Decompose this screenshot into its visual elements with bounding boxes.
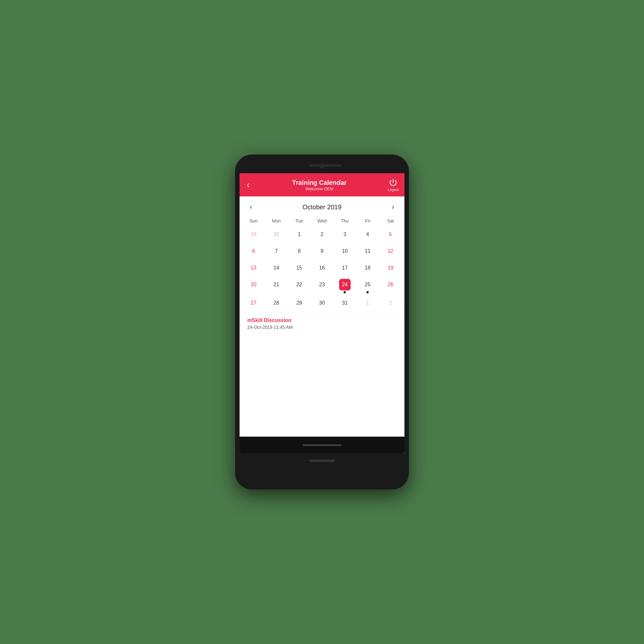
calendar-date: 30 <box>270 229 282 240</box>
phone-home-button[interactable] <box>309 459 335 462</box>
calendar-cell[interactable]: 30 <box>265 227 288 243</box>
calendar-cell[interactable]: 21 <box>265 277 288 295</box>
calendar-cell[interactable]: 4 <box>356 227 379 243</box>
day-header-tue: Tue <box>288 216 311 225</box>
phone-top-bar <box>240 160 404 172</box>
calendar-date: 17 <box>339 262 351 274</box>
calendar-cell[interactable]: 1 <box>356 295 379 312</box>
phone-screen: ‹ Training Calendar Welcome OEM Logout ‹… <box>240 173 404 453</box>
header-title-group: Training Calendar Welcome OEM <box>251 179 388 191</box>
calendar-date: 22 <box>293 279 305 290</box>
calendar-date: 5 <box>385 229 396 240</box>
calendar-date: 18 <box>362 262 374 274</box>
calendar-cell[interactable]: 24 <box>333 277 356 295</box>
calendar-cell[interactable]: 27 <box>242 295 265 312</box>
calendar-date: 12 <box>385 245 396 257</box>
month-navigation: ‹ October 2019 › <box>240 196 404 216</box>
calendar-date: 8 <box>293 245 305 257</box>
calendar-cell[interactable]: 15 <box>288 260 311 277</box>
calendar-cell[interactable]: 30 <box>311 295 334 312</box>
calendar-cell[interactable]: 17 <box>333 260 356 277</box>
calendar-date: 1 <box>362 297 374 309</box>
day-header-thu: Thu <box>333 216 356 225</box>
calendar-cell[interactable]: 25 <box>356 277 379 295</box>
day-header-fri: Fri <box>356 216 379 225</box>
calendar-cell[interactable]: 2 <box>311 227 334 243</box>
prev-month-button[interactable]: ‹ <box>247 202 255 213</box>
day-headers: Sun Mon Tue Wed Thu Fri Sat <box>240 216 404 225</box>
calendar-date: 28 <box>270 297 282 309</box>
calendar-date: 6 <box>248 245 259 257</box>
calendar-date: 23 <box>316 279 328 290</box>
calendar-cell[interactable]: 10 <box>333 243 356 260</box>
day-header-sun: Sun <box>242 216 265 225</box>
calendar-cell[interactable]: 29 <box>242 227 265 243</box>
calendar-date: 29 <box>293 297 305 309</box>
calendar-date: 20 <box>248 279 259 290</box>
event-dot <box>344 291 346 293</box>
phone-speaker <box>309 164 341 167</box>
phone-bottom-bar <box>240 437 404 453</box>
calendar-grid: 2930123456789101112131415161718192021222… <box>240 227 404 312</box>
calendar-date: 14 <box>270 262 282 274</box>
app-subtitle: Welcome OEM <box>251 186 388 191</box>
calendar-date: 4 <box>362 229 374 240</box>
calendar-cell[interactable]: 20 <box>242 277 265 295</box>
calendar-date: 31 <box>339 297 351 309</box>
calendar-cell[interactable]: 13 <box>242 260 265 277</box>
calendar-cell[interactable]: 1 <box>288 227 311 243</box>
calendar-cell[interactable]: 2 <box>379 295 402 312</box>
event-datetime: 24-Oct-2019 11:45 AM <box>247 325 397 330</box>
calendar-cell[interactable]: 22 <box>288 277 311 295</box>
phone-footer <box>240 455 404 467</box>
calendar-date: 15 <box>293 262 305 274</box>
calendar-date: 7 <box>270 245 282 257</box>
calendar-date: 10 <box>339 245 351 257</box>
calendar-date: 2 <box>385 297 396 309</box>
calendar-cell[interactable]: 7 <box>265 243 288 260</box>
event-dot <box>366 291 369 293</box>
calendar-cell[interactable]: 31 <box>333 295 356 312</box>
calendar-cell[interactable]: 8 <box>288 243 311 260</box>
calendar-cell[interactable]: 19 <box>379 260 402 277</box>
calendar-cell[interactable]: 12 <box>379 243 402 260</box>
day-header-wed: Wed <box>311 216 334 225</box>
event-section: mSkill Discussion 24-Oct-2019 11:45 AM <box>240 312 404 335</box>
next-month-button[interactable]: › <box>389 202 397 213</box>
calendar-cell[interactable]: 6 <box>242 243 265 260</box>
calendar-date: 11 <box>362 245 374 257</box>
phone-device: ‹ Training Calendar Welcome OEM Logout ‹… <box>235 155 409 489</box>
calendar-date: 30 <box>316 297 328 309</box>
month-title: October 2019 <box>302 204 341 211</box>
calendar-cell[interactable]: 3 <box>333 227 356 243</box>
back-button[interactable]: ‹ <box>245 179 251 191</box>
app-title: Training Calendar <box>251 179 388 186</box>
calendar-cell[interactable]: 14 <box>265 260 288 277</box>
calendar-cell[interactable]: 9 <box>311 243 334 260</box>
calendar-cell[interactable]: 29 <box>288 295 311 312</box>
calendar-cell[interactable]: 18 <box>356 260 379 277</box>
calendar-cell[interactable]: 11 <box>356 243 379 260</box>
day-header-sat: Sat <box>379 216 402 225</box>
calendar-cell[interactable]: 28 <box>265 295 288 312</box>
calendar-cell[interactable]: 16 <box>311 260 334 277</box>
logout-button[interactable]: Logout <box>388 178 399 192</box>
calendar-date: 21 <box>270 279 282 290</box>
calendar-date: 2 <box>316 229 328 240</box>
calendar-date: 29 <box>248 229 259 240</box>
calendar-cell[interactable]: 26 <box>379 277 402 295</box>
calendar-date: 1 <box>293 229 305 240</box>
calendar-cell[interactable]: 5 <box>379 227 402 243</box>
calendar-cell[interactable]: 23 <box>311 277 334 295</box>
calendar-date: 19 <box>385 262 396 274</box>
day-header-mon: Mon <box>265 216 288 225</box>
logout-label: Logout <box>388 188 399 192</box>
calendar-date: 16 <box>316 262 328 274</box>
calendar-container: ‹ October 2019 › Sun Mon Tue Wed Thu Fri… <box>240 196 404 437</box>
event-title: mSkill Discussion <box>247 317 397 323</box>
calendar-date: 27 <box>248 297 259 309</box>
calendar-date: 13 <box>248 262 259 274</box>
home-indicator <box>303 444 341 446</box>
calendar-date: 26 <box>385 279 396 290</box>
calendar-date: 3 <box>339 229 351 240</box>
